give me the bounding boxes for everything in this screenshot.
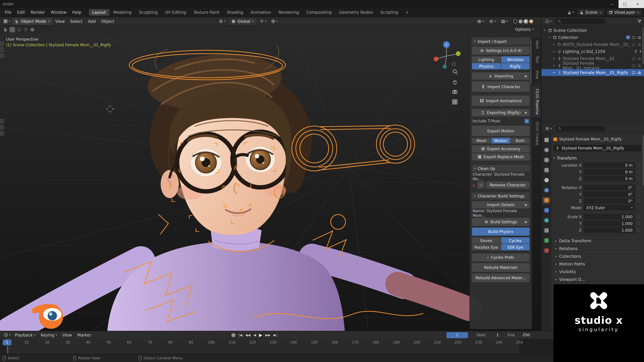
properties-editor-icon[interactable]: ▾	[544, 126, 553, 131]
tab-cc-create[interactable]: CC/iC Create	[532, 119, 541, 148]
minimize-button[interactable]: —	[606, 0, 618, 8]
select-tweak-icon[interactable]	[3, 27, 8, 32]
export-motion-button[interactable]: Export Motion	[472, 126, 530, 136]
menu-add[interactable]: Add	[86, 18, 98, 25]
export-replace-mesh-button[interactable]: Export Replace Mesh	[472, 153, 530, 161]
character-build-settings-header[interactable]: ▾Character Build Settings	[472, 192, 530, 199]
lock-icon[interactable]	[637, 229, 640, 232]
shading-rendered-icon[interactable]	[529, 19, 533, 23]
import-details-button[interactable]: Import Details▶	[472, 201, 530, 209]
scale-x-field[interactable]: 1.000	[584, 214, 635, 220]
tab-cc-pipeline[interactable]: CC/iC Pipeline	[532, 86, 541, 118]
export-accessory-button[interactable]: Export Accessory	[472, 145, 530, 152]
location-y-field[interactable]: 0 m	[584, 169, 635, 175]
tool-icon[interactable]	[0, 41, 4, 46]
select-lasso-icon[interactable]	[23, 27, 28, 32]
select-cursor3d-icon[interactable]	[30, 27, 35, 32]
tool-icon[interactable]	[0, 119, 4, 124]
clean-up-header[interactable]: ▾Clean Up	[472, 165, 530, 172]
menu-edit[interactable]: Edit	[14, 9, 28, 16]
menu-view[interactable]: View	[53, 18, 67, 25]
outliner-row-lighting[interactable]: ▸ Lighting_cc3iid_1259 3	[541, 48, 644, 55]
render-camera-icon[interactable]	[637, 70, 641, 75]
tool-icon[interactable]	[0, 131, 4, 136]
outliner-search[interactable]	[555, 18, 605, 24]
minus-button[interactable]: −	[477, 181, 484, 189]
menu-help[interactable]: Help	[70, 9, 84, 16]
gizmos-icon[interactable]: ▾	[488, 18, 497, 24]
lock-icon[interactable]	[637, 186, 640, 189]
menu-marker[interactable]: Marker	[75, 332, 94, 338]
workspace-tab-texture-paint[interactable]: Texture Paint	[190, 9, 223, 16]
visibility-icon[interactable]: ▾	[476, 18, 485, 24]
rigify-toggle[interactable]: Rigify	[501, 63, 530, 69]
import-animations-button[interactable]: Import Animations	[472, 95, 530, 106]
section-motion-paths[interactable]: ▸Motion Paths	[554, 260, 642, 268]
current-frame-field[interactable]: 1	[446, 332, 468, 338]
physics-toggle[interactable]: Physics	[472, 63, 500, 69]
jump-end-icon[interactable]: ▶|	[274, 333, 277, 337]
properties-tab-render[interactable]	[544, 148, 548, 152]
tpose-checkbox[interactable]: ✓	[524, 119, 529, 123]
rebuild-advanced-materials-button[interactable]: Rebuild Advanced Mater...	[472, 274, 530, 282]
properties-tab-modifiers[interactable]	[544, 208, 548, 213]
outliner-row-metarig[interactable]: ▸ Stylized Female Mom__01_metarig	[541, 62, 644, 69]
section-viewport-display[interactable]: ▸Viewport D...	[554, 276, 642, 283]
rotation-mode-dropdown[interactable]: XYZ Euler▾	[584, 205, 635, 211]
both-toggle[interactable]: Both	[511, 138, 530, 143]
screen-icon[interactable]	[632, 56, 636, 60]
rotation-x-field[interactable]: 0°	[584, 185, 635, 190]
exporting-section-button[interactable]: Exporting (Rigify)▶	[472, 109, 530, 116]
menu-file[interactable]: File	[2, 9, 14, 16]
workspace-tab-uv-editing[interactable]: UV Editing	[162, 9, 189, 16]
properties-tab-world[interactable]	[544, 188, 548, 192]
menu-render[interactable]: Render	[28, 9, 48, 16]
properties-tab-constraints[interactable]	[544, 228, 548, 233]
record-icon[interactable]	[232, 333, 236, 337]
outliner-row-scene-collection[interactable]: ▾ Scene Collection	[541, 27, 644, 34]
lock-icon[interactable]	[637, 222, 640, 225]
overlays-icon[interactable]: ▾	[500, 18, 509, 24]
screen-icon[interactable]	[632, 70, 636, 75]
exclude-checkbox[interactable]: ✓	[626, 35, 630, 39]
select-box-icon[interactable]	[10, 27, 15, 32]
shading-wireframe-icon[interactable]	[513, 19, 517, 23]
parallax-eye-toggle[interactable]: Parallax Eye	[472, 244, 500, 250]
object-name-field[interactable]: Stylized Female Mom__01_Rigify	[554, 145, 641, 151]
properties-tab-view-layer[interactable]	[544, 168, 548, 172]
workspace-tab-animation[interactable]: Animation	[247, 9, 274, 16]
add-workspace-button[interactable]: +	[402, 9, 412, 16]
transform-panel-header[interactable]: ▾Transform	[554, 155, 643, 162]
prev-keyframe-icon[interactable]: ◀◀	[245, 333, 250, 337]
location-x-field[interactable]: 0 m	[584, 162, 635, 168]
cycles-toggle[interactable]: Cycles	[501, 237, 530, 244]
render-camera-icon[interactable]	[637, 35, 641, 39]
workspace-tab-rendering[interactable]: Rendering	[275, 9, 302, 16]
properties-tab-data[interactable]	[544, 238, 548, 243]
snap-magnet-icon[interactable]: ▾	[258, 18, 268, 24]
properties-tab-scene[interactable]	[544, 178, 548, 182]
eevee-toggle[interactable]: Eevee	[472, 237, 500, 244]
tool-icon[interactable]	[0, 125, 4, 130]
workspace-tab-shading[interactable]: Shading	[224, 9, 247, 16]
scene-selector[interactable]: Scene ×	[577, 9, 604, 16]
lock-icon[interactable]	[637, 199, 640, 202]
panel-scrollbar[interactable]	[530, 40, 531, 84]
playhead-badge[interactable]: 1	[3, 340, 12, 345]
wrinkles-toggle[interactable]: Wrinkles	[501, 56, 530, 63]
build-physics-button[interactable]: Build Physics	[472, 228, 530, 236]
play-icon[interactable]: ▶	[259, 333, 262, 338]
shading-solid-icon[interactable]	[518, 19, 522, 23]
next-keyframe-icon[interactable]: ▶▶	[265, 333, 270, 337]
ortho-grid-icon[interactable]	[452, 99, 458, 105]
properties-tab-object[interactable]	[544, 198, 548, 202]
close-button[interactable]: ×	[631, 0, 644, 8]
properties-scrollbar[interactable]	[643, 135, 644, 185]
tab-tool[interactable]: Tool	[532, 53, 541, 66]
menu-object[interactable]: Object	[99, 18, 116, 25]
tab-view[interactable]: View	[532, 67, 541, 82]
workspace-tab-scripting[interactable]: Scripting	[377, 9, 402, 16]
proportional-edit-icon[interactable]: ▾	[270, 18, 279, 24]
viewlayer-unlink-icon[interactable]: ×	[637, 10, 640, 14]
ssr-eye-toggle[interactable]: SSR Eye	[501, 244, 530, 250]
